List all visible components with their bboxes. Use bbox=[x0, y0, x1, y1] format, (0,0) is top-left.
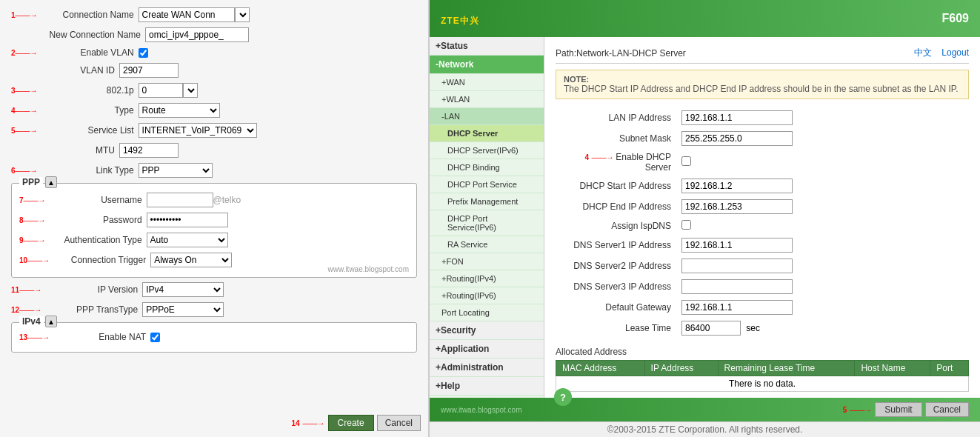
type-row: 4 ——→ Type Route Bridge IPoA bbox=[11, 103, 417, 118]
lang-button[interactable]: 中文 bbox=[914, 47, 932, 58]
ppp-trans-select[interactable]: PPPoE PPPoA bbox=[142, 302, 224, 317]
enable-vlan-checkbox[interactable] bbox=[139, 48, 148, 58]
create-button[interactable]: Create bbox=[328, 415, 374, 431]
dhcp-end-label: DHCP End IP Address bbox=[557, 197, 676, 216]
ipv4-collapse-btn[interactable]: ▲ bbox=[45, 316, 57, 327]
ppp-trans-label: PPP TransType bbox=[41, 304, 138, 315]
sidebar-item-status[interactable]: +Status bbox=[430, 37, 544, 56]
path-bar: Path:Network-LAN-DHCP Server 中文 Logout bbox=[556, 43, 969, 64]
conn-trigger-select[interactable]: Always On Manual bbox=[150, 253, 232, 267]
assign-isp-label: Assign IspDNS bbox=[557, 218, 676, 234]
dns1-input[interactable] bbox=[681, 238, 793, 253]
connection-name-label: Connection Name bbox=[38, 10, 134, 20]
lan-ip-input[interactable] bbox=[681, 110, 793, 125]
footer-bar: www.itwae.blogspot.com 5 ——→ Submit Canc… bbox=[430, 398, 980, 421]
dns2-input[interactable] bbox=[681, 258, 793, 273]
ipv4-section-title: IPv4 bbox=[19, 316, 44, 327]
sidebar-item-dhcp-binding[interactable]: DHCP Binding bbox=[430, 159, 544, 176]
arrow-3: ——→ bbox=[16, 87, 38, 95]
password-input[interactable] bbox=[147, 213, 228, 227]
left-panel: 1 ——→ Connection Name New Connection Nam… bbox=[0, 0, 430, 437]
sidebar-item-routing-ipv4[interactable]: +Routing(IPv4) bbox=[430, 270, 544, 287]
sidebar-item-application[interactable]: +Application bbox=[430, 340, 544, 358]
dot1p-dropdown[interactable] bbox=[183, 83, 198, 98]
copyright-bar: ©2003-2015 ZTE Corporation. All rights r… bbox=[430, 421, 980, 437]
type-select[interactable]: Route Bridge IPoA bbox=[139, 103, 220, 118]
sidebar-item-wlan[interactable]: +WLAN bbox=[430, 91, 544, 108]
arrow-2: ——→ bbox=[16, 49, 38, 57]
ppp-collapse-btn[interactable]: ▲ bbox=[45, 176, 57, 188]
arrow-11: ——→ bbox=[19, 286, 41, 294]
sidebar-item-routing-ipv6[interactable]: +Routing(IPv6) bbox=[430, 287, 544, 304]
service-list-label: Service List bbox=[38, 125, 134, 136]
service-list-select[interactable]: INTERNET_VoIP_TR069 INTERNET VoIP bbox=[139, 123, 257, 138]
sidebar-item-lan[interactable]: -LAN bbox=[430, 108, 544, 125]
dot1p-input[interactable] bbox=[139, 83, 183, 98]
dns2-row: DNS Server2 IP Address bbox=[557, 256, 967, 276]
subnet-mask-row: Subnet Mask bbox=[557, 129, 967, 148]
password-label: Password bbox=[46, 215, 142, 225]
submit-button[interactable]: Submit bbox=[875, 402, 921, 417]
arrow-14: ——→ bbox=[303, 419, 325, 427]
sidebar-item-administration[interactable]: +Administration bbox=[430, 358, 544, 377]
default-gw-input[interactable] bbox=[681, 300, 793, 315]
cancel-right-button[interactable]: Cancel bbox=[925, 402, 969, 417]
connection-name-dropdown[interactable] bbox=[235, 7, 250, 22]
lease-time-row: Lease Time sec bbox=[557, 318, 967, 338]
connection-name-input[interactable] bbox=[139, 7, 235, 22]
auth-type-select[interactable]: Auto PAP CHAP bbox=[147, 233, 228, 247]
zte-model: F609 bbox=[942, 12, 969, 25]
alloc-col-host: Host Name bbox=[855, 361, 930, 376]
sidebar-item-help[interactable]: +Help bbox=[430, 377, 544, 396]
mtu-input[interactable] bbox=[119, 143, 179, 158]
link-type-label: Link Type bbox=[38, 165, 134, 176]
connection-name-row: 1 ——→ Connection Name bbox=[11, 7, 417, 22]
sidebar-item-dhcp-server[interactable]: DHCP Server bbox=[430, 125, 544, 142]
sidebar-item-network[interactable]: -Network bbox=[430, 56, 544, 74]
sidebar-item-dhcp-port-ipv6[interactable]: DHCP PortService(IPv6) bbox=[430, 210, 544, 236]
dns2-label: DNS Server2 IP Address bbox=[557, 256, 676, 276]
link-type-row: 6 ——→ Link Type PPP IPoE bbox=[11, 163, 417, 178]
sidebar-item-wan[interactable]: +WAN bbox=[430, 74, 544, 91]
dhcp-end-input[interactable] bbox=[681, 199, 793, 214]
vlan-id-input[interactable] bbox=[119, 63, 179, 78]
arrow-4: ——→ bbox=[16, 107, 38, 115]
sidebar-item-prefix-mgmt[interactable]: Prefix Management bbox=[430, 193, 544, 210]
alloc-col-ip: IP Address bbox=[644, 361, 718, 376]
lease-time-input[interactable] bbox=[681, 321, 741, 336]
ip-version-select[interactable]: IPv4 IPv6 IPv4/IPv6 bbox=[142, 282, 224, 297]
username-input[interactable] bbox=[147, 193, 213, 207]
logout-button[interactable]: Logout bbox=[941, 47, 969, 58]
sidebar-item-security[interactable]: +Security bbox=[430, 321, 544, 340]
sidebar-item-ra-service[interactable]: RA Service bbox=[430, 236, 544, 253]
sidebar-item-dhcp-port[interactable]: DHCP Port Service bbox=[430, 176, 544, 193]
help-button[interactable]: ? bbox=[554, 388, 572, 406]
subnet-mask-input[interactable] bbox=[681, 131, 793, 146]
enable-nat-checkbox[interactable] bbox=[150, 333, 160, 342]
dhcp-start-input[interactable] bbox=[681, 179, 793, 193]
sidebar-item-dhcp-ipv6[interactable]: DHCP Server(IPv6) bbox=[430, 142, 544, 159]
new-connection-name-input[interactable] bbox=[145, 27, 249, 42]
password-row: 8 ——→ Password bbox=[19, 213, 409, 227]
sidebar-item-port-locating[interactable]: Port Locating bbox=[430, 304, 544, 321]
alloc-col-mac: MAC Address bbox=[556, 361, 645, 376]
link-type-select[interactable]: PPP IPoE bbox=[139, 163, 213, 178]
vlan-id-row: VLAN ID bbox=[41, 63, 417, 78]
path-text: Path:Network-LAN-DHCP Server bbox=[556, 48, 686, 59]
sidebar-item-fon[interactable]: +FON bbox=[430, 253, 544, 270]
alloc-table: MAC Address IP Address Remaining Lease T… bbox=[556, 360, 969, 392]
subnet-mask-label: Subnet Mask bbox=[557, 129, 676, 148]
arrow-12: ——→ bbox=[19, 306, 41, 314]
mtu-row: MTU bbox=[41, 143, 417, 158]
cancel-left-button[interactable]: Cancel bbox=[377, 415, 421, 431]
row-num-11: 11 bbox=[11, 286, 19, 294]
enable-vlan-label: Enable VLAN bbox=[38, 47, 134, 58]
dns3-input[interactable] bbox=[681, 279, 793, 294]
dns1-row: DNS Server1 IP Address bbox=[557, 236, 967, 255]
assign-isp-checkbox[interactable] bbox=[681, 220, 691, 230]
right-panel: ZTE中兴 F609 +Status -Network +WAN +WLAN -… bbox=[430, 0, 980, 437]
footer-arrow5-num: 5 bbox=[843, 406, 847, 414]
assign-isp-row: Assign IspDNS bbox=[557, 218, 967, 234]
enable-dhcp-checkbox[interactable] bbox=[681, 156, 691, 166]
zte-logo: ZTE中兴 bbox=[441, 9, 479, 28]
